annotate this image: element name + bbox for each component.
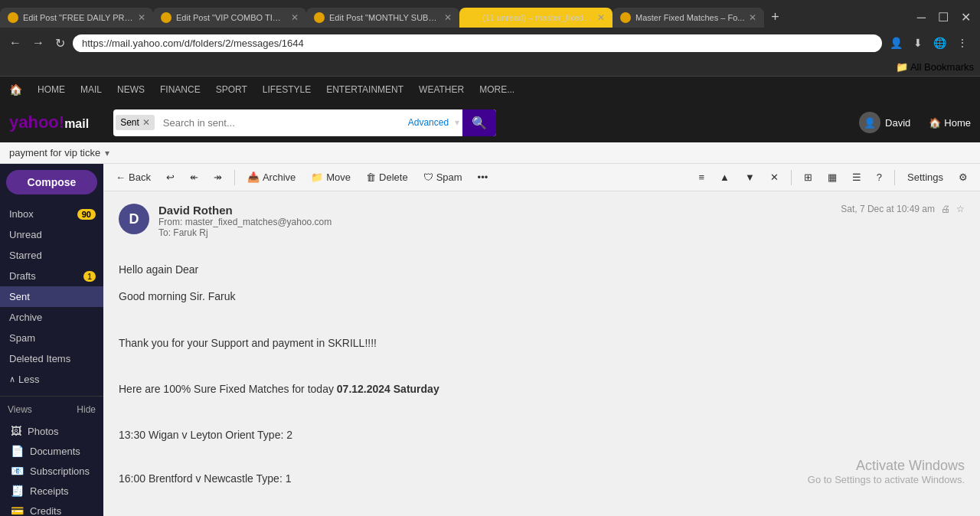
tab-close-1[interactable]: ✕ xyxy=(138,12,145,23)
tab-close-2[interactable]: ✕ xyxy=(291,12,299,23)
down-button[interactable]: ▼ xyxy=(739,168,761,186)
avatar-initial: D xyxy=(129,211,139,227)
sidebar-item-receipts[interactable]: 🧾 Receipts xyxy=(0,481,103,501)
spam-button[interactable]: 🛡 Spam xyxy=(417,168,469,186)
reply-button[interactable]: ↩ xyxy=(160,168,181,186)
address-input[interactable] xyxy=(73,34,882,52)
back-button[interactable]: ← xyxy=(6,33,24,53)
profile-button[interactable]: 👤 xyxy=(887,34,906,52)
search-tag-close[interactable]: ✕ xyxy=(142,117,150,128)
sidebar-drafts-badge: 1 xyxy=(83,271,96,282)
minimize-button[interactable]: ─ xyxy=(914,8,929,28)
nav-weather[interactable]: WEATHER xyxy=(419,84,464,95)
sidebar-item-credits[interactable]: 💳 Credits xyxy=(0,501,103,516)
compose-button[interactable]: Compose xyxy=(6,170,97,194)
help-button[interactable]: ? xyxy=(871,168,888,186)
new-tab-button[interactable]: + xyxy=(764,6,786,28)
match-row-2: 16:00 Brentford v Newcastle Type: 1 xyxy=(119,469,965,488)
print-icon[interactable]: 🖨 xyxy=(941,204,950,214)
sidebar-item-sent[interactable]: Sent xyxy=(0,286,103,307)
extensions-button[interactable]: 🌐 xyxy=(930,34,949,52)
nav-entertainment[interactable]: ENTERTAINMENT xyxy=(326,84,403,95)
sidebar-item-spam[interactable]: Spam xyxy=(0,328,103,348)
delete-button[interactable]: 🗑 Delete xyxy=(360,168,414,186)
nav-lifestyle[interactable]: LIFESTYLE xyxy=(263,84,311,95)
forward-nav-button[interactable]: ↠ xyxy=(207,168,228,186)
up-button[interactable]: ▲ xyxy=(714,168,736,186)
search-advanced-chevron[interactable]: ▾ xyxy=(455,117,462,128)
email-toolbar: ← Back ↩ ↞ ↠ 📥 Archive 📁 Move 🗑 xyxy=(103,164,980,191)
tab-2[interactable]: Edit Post "VIP COMBO TICK... ✕ xyxy=(153,8,306,28)
tab-1[interactable]: Edit Post "FREE DAILY PRED... ✕ xyxy=(0,8,153,28)
sidebar-item-subscriptions[interactable]: 📧 Subscriptions xyxy=(0,461,103,481)
home-icon: 🏠 xyxy=(929,117,941,129)
header-user[interactable]: 👤 David xyxy=(859,112,910,133)
tab-4[interactable]: (11 unread) – master_fixed_... ✕ xyxy=(459,8,612,28)
sort-button[interactable]: ≡ xyxy=(692,168,710,186)
home-link[interactable]: 🏠 Home xyxy=(929,117,971,129)
list-view-button[interactable]: ☰ xyxy=(846,168,867,186)
tab-close-3[interactable]: ✕ xyxy=(444,12,452,23)
sidebar-item-less[interactable]: ∧ Less xyxy=(0,369,103,390)
photos-icon: 🖼 xyxy=(11,425,21,437)
nav-home[interactable]: HOME xyxy=(38,84,65,95)
nav-sport[interactable]: SPORT xyxy=(216,84,247,95)
search-input[interactable] xyxy=(157,113,402,133)
tab-5[interactable]: Master Fixed Matches – Fo... ✕ xyxy=(612,8,764,28)
settings-icon-button[interactable]: ⚙ xyxy=(952,168,974,186)
email-scroll[interactable]: D David Rothen From: master_fixed_matche… xyxy=(103,191,980,516)
nav-finance[interactable]: FINANCE xyxy=(160,84,201,95)
menu-button[interactable]: ⋮ xyxy=(954,34,971,52)
forward-button[interactable]: → xyxy=(29,33,47,53)
match-type-1: Type: 2 xyxy=(257,429,292,441)
star-icon[interactable]: ☆ xyxy=(956,204,965,214)
tab-close-5[interactable]: ✕ xyxy=(749,12,756,23)
back-nav-button[interactable]: ← Back xyxy=(109,168,157,186)
tab-close-4[interactable]: ✕ xyxy=(597,12,605,23)
sidebar-item-archive[interactable]: Archive xyxy=(0,307,103,328)
close-window-button[interactable]: ✕ xyxy=(958,7,974,28)
move-label: Move xyxy=(326,171,351,183)
sidebar-item-drafts[interactable]: Drafts 1 xyxy=(0,266,103,286)
spam-icon: 🛡 xyxy=(423,171,433,183)
sidebar-item-documents[interactable]: 📄 Documents xyxy=(0,441,103,461)
nav-news[interactable]: NEWS xyxy=(117,84,145,95)
email-meta: David Rothen From: master_fixed_matches@… xyxy=(158,204,831,238)
grid-view-button[interactable]: ⊞ xyxy=(798,168,818,186)
column-view-button[interactable]: ▦ xyxy=(822,168,843,186)
download-button[interactable]: ⬇ xyxy=(910,34,926,52)
breadcrumb-chevron[interactable]: ▾ xyxy=(105,148,109,158)
reply-all-icon: ↞ xyxy=(190,171,198,183)
bookmarks-folder[interactable]: 📁 All Bookmarks xyxy=(896,61,974,73)
back-label: Back xyxy=(129,171,151,183)
sidebar-item-deleted[interactable]: Deleted Items xyxy=(0,348,103,369)
photos-label: Photos xyxy=(28,426,58,437)
reply-icon: ↩ xyxy=(166,171,175,183)
tab-favicon-3 xyxy=(314,12,325,23)
sidebar-item-unread[interactable]: Unread xyxy=(0,224,103,245)
bookmarks-folder-icon: 📁 xyxy=(896,61,908,73)
match-teams-1: Wigan v Leyton Orient xyxy=(149,429,255,441)
sidebar-less-label: Less xyxy=(18,374,96,385)
maximize-button[interactable]: ☐ xyxy=(935,7,952,28)
nav-mail[interactable]: MAIL xyxy=(80,84,102,95)
archive-button[interactable]: 📥 Archive xyxy=(241,168,302,186)
close-email-button[interactable]: ✕ xyxy=(764,168,785,186)
match-row-3: 16:00 Portsmouth v Bristol City Type: 1 xyxy=(119,512,965,516)
move-button[interactable]: 📁 Move xyxy=(305,168,357,186)
search-button[interactable]: 🔍 xyxy=(462,109,496,136)
sidebar-item-starred[interactable]: Starred xyxy=(0,245,103,266)
nav-more[interactable]: MORE... xyxy=(479,84,514,95)
settings-button[interactable]: Settings xyxy=(901,168,949,186)
reload-button[interactable]: ↻ xyxy=(52,33,68,54)
documents-icon: 📄 xyxy=(11,445,24,457)
views-hide[interactable]: Hide xyxy=(77,404,96,415)
timestamp-text: Sat, 7 Dec at 10:49 am xyxy=(841,204,935,214)
tab-3[interactable]: Edit Post "MONTHLY SUBS... ✕ xyxy=(306,8,459,28)
more-button[interactable]: ••• xyxy=(472,168,495,186)
reply-all-button[interactable]: ↞ xyxy=(184,168,204,186)
sidebar-item-inbox[interactable]: Inbox 90 xyxy=(0,204,103,224)
yahoo-logo-text: yahoo! xyxy=(9,113,64,132)
search-advanced[interactable]: Advanced xyxy=(402,117,455,128)
sidebar-item-photos[interactable]: 🖼 Photos xyxy=(0,421,103,441)
